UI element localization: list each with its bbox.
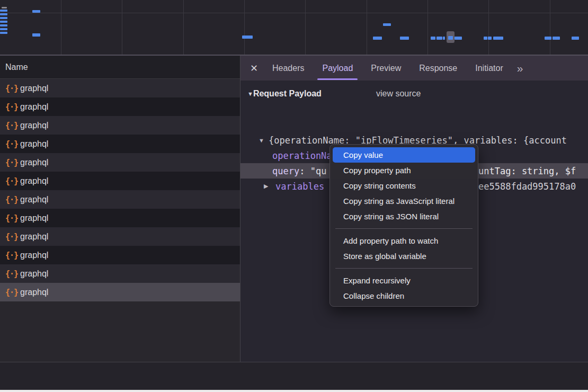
tab-response[interactable]: Response (419, 56, 457, 81)
request-list-name-column-header[interactable]: Name (0, 56, 240, 79)
json-braces-icon: {·} (0, 102, 20, 112)
request-name: graphql (20, 251, 48, 260)
screenshot-bottom-edge (0, 390, 588, 392)
overview-gridline (427, 0, 428, 55)
context-menu: Copy valueCopy property pathCopy string … (329, 144, 478, 307)
json-braces-icon: {·} (0, 195, 20, 204)
overview-request-bar (553, 37, 560, 40)
request-name: graphql (20, 269, 48, 279)
overview-request-bar (0, 32, 7, 34)
section-title: Request Payload (253, 89, 322, 99)
overview-request-bar (572, 37, 579, 40)
tab-initiator[interactable]: Initiator (475, 56, 503, 81)
json-braces-icon: {·} (0, 121, 20, 130)
overview-request-bar (373, 37, 382, 40)
network-request-row[interactable]: {·}graphql (0, 172, 240, 190)
overview-gridline (61, 0, 61, 55)
context-menu-item-copy-string-as-json-literal[interactable]: Copy string as JSON literal (330, 209, 478, 224)
request-name: graphql (20, 158, 48, 167)
overview-request-bar (493, 37, 503, 40)
property-key: variables (240, 181, 324, 192)
request-list: Name {·}graphql{·}graphql{·}graphql{·}gr… (0, 56, 240, 362)
context-menu-item-copy-string-contents[interactable]: Copy string contents (330, 178, 478, 193)
context-menu-item-store-as-global-variable[interactable]: Store as global variable (330, 248, 478, 264)
property-key: operationName (240, 150, 343, 161)
overview-request-bar (448, 36, 453, 40)
overview-gridline (305, 0, 306, 55)
json-braces-icon: {·} (0, 176, 20, 186)
overview-request-bar (484, 37, 487, 40)
context-menu-item-copy-property-path[interactable]: Copy property path (330, 163, 478, 178)
tab-preview[interactable]: Preview (371, 56, 401, 81)
network-request-row[interactable]: {·}graphql (0, 79, 240, 97)
request-payload-section-header[interactable]: ▼ Request Payload view source (240, 86, 588, 102)
devtools-network-panel: Name {·}graphql{·}graphql{·}graphql{·}gr… (0, 0, 588, 392)
overview-gridline (488, 0, 489, 55)
tab-payload[interactable]: Payload (322, 56, 353, 81)
overview-request-bar (0, 17, 7, 19)
section-collapse-icon[interactable]: ▼ (240, 91, 253, 97)
overview-gridline (367, 0, 367, 55)
context-menu-separator (335, 268, 473, 269)
network-overview-timeline[interactable] (0, 0, 588, 56)
variables-preview-fragment: ee5588fdad995178a0 (478, 181, 576, 192)
overview-request-bar (32, 33, 40, 37)
request-name: graphql (20, 121, 48, 130)
context-menu-item-expand-recursively[interactable]: Expand recursively (330, 273, 478, 288)
overview-request-bar (488, 37, 492, 40)
overview-request-bar (0, 21, 7, 23)
detail-tab-bar: ✕ HeadersPayloadPreviewResponseInitiator… (240, 56, 588, 81)
view-source-link[interactable]: view source (376, 89, 421, 99)
more-tabs-icon[interactable]: » (517, 62, 522, 75)
context-menu-item-copy-string-as-javascript-literal[interactable]: Copy string as JavaScript literal (330, 193, 478, 209)
overview-gridline-horizontal (0, 13, 588, 13)
network-request-row[interactable]: {·}graphql (0, 97, 240, 116)
overview-request-bar (242, 35, 253, 39)
overview-request-bar (383, 23, 391, 26)
request-name: graphql (20, 102, 48, 112)
overview-gridline (183, 0, 184, 55)
request-name: graphql (20, 288, 48, 297)
expand-arrow-icon[interactable]: ▼ (259, 137, 264, 144)
request-name: graphql (20, 213, 48, 223)
overview-request-bar (0, 13, 7, 15)
json-braces-icon: {·} (0, 139, 20, 149)
overview-request-bar (0, 24, 7, 26)
network-request-row[interactable]: {·}graphql (0, 135, 240, 153)
overview-request-bar (0, 28, 7, 30)
overview-request-bar (455, 37, 462, 40)
overview-request-bar (545, 37, 551, 40)
overview-request-bar (431, 37, 435, 40)
json-braces-icon: {·} (0, 269, 20, 279)
network-request-row[interactable]: {·}graphql (0, 246, 240, 264)
context-menu-item-copy-value[interactable]: Copy value (333, 147, 475, 163)
collapsed-arrow-icon[interactable]: ▶ (264, 183, 268, 190)
summary-bar (0, 362, 588, 390)
tab-headers[interactable]: Headers (272, 56, 304, 81)
request-name: graphql (20, 176, 48, 186)
network-request-row[interactable]: {·}graphql (0, 209, 240, 227)
network-request-row[interactable]: {·}graphql (0, 283, 240, 301)
context-menu-item-collapse-children[interactable]: Collapse children (330, 288, 478, 304)
json-braces-icon: {·} (0, 288, 20, 297)
network-request-row[interactable]: {·}graphql (0, 190, 240, 209)
close-icon[interactable]: ✕ (250, 63, 265, 74)
context-menu-item-add-property-path-to-watch[interactable]: Add property path to watch (330, 233, 478, 248)
request-name: graphql (20, 84, 48, 93)
overview-request-bar (0, 10, 7, 12)
property-value-continued: untTag: string, $f (478, 166, 576, 176)
overview-request-bar (443, 37, 445, 40)
network-request-row[interactable]: {·}graphql (0, 264, 240, 283)
json-braces-icon: {·} (0, 158, 20, 167)
network-request-row[interactable]: {·}graphql (0, 153, 240, 172)
overview-request-bar (32, 10, 40, 13)
json-braces-icon: {·} (0, 251, 20, 260)
json-braces-icon: {·} (0, 213, 20, 223)
overview-request-bar (2, 7, 7, 8)
network-request-row[interactable]: {·}graphql (0, 227, 240, 246)
overview-request-bar (400, 37, 409, 40)
json-braces-icon: {·} (0, 232, 20, 242)
overview-gridline (550, 0, 550, 55)
request-name: graphql (20, 195, 48, 204)
network-request-row[interactable]: {·}graphql (0, 116, 240, 135)
